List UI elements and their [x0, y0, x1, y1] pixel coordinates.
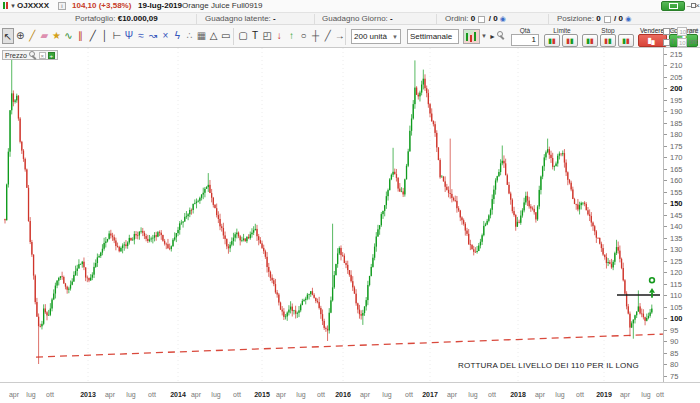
candlestick-chart[interactable] [0, 48, 663, 382]
indicator-add-icon[interactable]: + [48, 52, 55, 59]
tool-lightning-icon[interactable]: ϟ [171, 28, 183, 44]
month-label: ott [46, 391, 54, 398]
month-label: apr [105, 391, 115, 398]
month-label: apr [9, 391, 19, 398]
price-tick-label: 175 [670, 142, 683, 151]
tool-zigzag-icon[interactable]: ↝ [147, 28, 159, 44]
day-gain-stat: Guadagno Giorno: - [322, 13, 393, 25]
tool-cursor-icon[interactable]: ↖ [2, 28, 14, 44]
price-tick-mark [664, 157, 667, 158]
chevron-down-icon: ▾ [11, 2, 15, 9]
chart-canvas[interactable] [0, 48, 663, 382]
price-tick-mark [664, 330, 667, 331]
tool-pencil-icon[interactable]: ╱ [26, 28, 38, 44]
target-points-input[interactable]: 10 [677, 38, 687, 47]
stop-points-input[interactable]: 10 [677, 27, 687, 36]
month-label: lug [555, 391, 564, 398]
price-tick-label: 95 [670, 326, 678, 335]
price-tick-label: 85 [670, 349, 678, 358]
tool-zoom-icon[interactable]: ⊕ [14, 28, 26, 44]
instrument-name: Orange Juice Full0919 [182, 0, 263, 12]
chevron-down-icon: ▼ [392, 31, 398, 44]
price-tick-label: 165 [670, 165, 683, 174]
position-list-icon[interactable] [604, 16, 611, 23]
position-search-icon[interactable]: ◉ [625, 15, 631, 22]
tool-rectangle-icon[interactable]: ▭ [220, 28, 232, 44]
price-tick-mark [664, 272, 667, 273]
info-icon[interactable]: i [58, 0, 66, 12]
price-tick-mark [664, 261, 667, 262]
instrument-selector[interactable]: ▾ OJXXXX [3, 0, 49, 12]
stop-loss-button[interactable]: ▮▮ [618, 34, 634, 47]
buy-stop-button[interactable]: ▮▮ [582, 34, 598, 47]
price-indicator-tag[interactable]: Prezzo × + [2, 50, 58, 60]
indicator-close-icon[interactable]: × [39, 52, 46, 59]
price-tick-mark [664, 284, 667, 285]
timeframe-select[interactable]: Settimanale▼ [407, 29, 459, 44]
sell-limit-button[interactable]: ▮▮ [562, 34, 578, 47]
collapse-arrow-icon[interactable]: ► [489, 33, 496, 40]
price-tick-mark [664, 376, 667, 377]
month-label: ott [488, 391, 496, 398]
tool-channel-icon[interactable]: ∥ [75, 28, 87, 44]
platform-window-button[interactable] [661, 1, 685, 11]
tool-cross-icon[interactable]: × [159, 28, 171, 44]
drawing-toolbar: 200 unità▼ Settimanale▼ ▼ ► Qtà 1 Limite… [0, 25, 700, 48]
tool-pattern-icon[interactable]: ★ [50, 28, 62, 44]
tool-delete-icon[interactable]: ▦ [196, 28, 208, 44]
tool-elliott-wave-icon[interactable]: ≈ [135, 28, 147, 44]
orders-list-icon[interactable] [478, 16, 485, 23]
sell-stop-button[interactable]: ▮▮ [600, 34, 616, 47]
tool-trendline-icon[interactable]: ╱ [87, 28, 99, 44]
month-label: ott [405, 391, 413, 398]
tool-crosshair-icon[interactable]: ┼ [310, 28, 322, 44]
tool-sell-arrow-icon[interactable]: ↓ [273, 28, 285, 44]
units-select[interactable]: 200 unità▼ [351, 29, 401, 44]
tool-triangle-icon[interactable]: △ [208, 28, 220, 44]
price-tick-mark [664, 111, 667, 112]
price-tick-mark [664, 249, 667, 250]
price-tick-mark [664, 353, 667, 354]
price-tick-mark [664, 100, 667, 101]
price-tick-label: 190 [670, 107, 683, 116]
price-tick-label: 135 [670, 234, 683, 243]
price-tick-label: 170 [670, 153, 683, 162]
stop-checkbox[interactable] [663, 28, 670, 35]
tool-eraser-icon[interactable]: ▰ [38, 28, 50, 44]
tool-frame-icon[interactable]: ▢ [237, 28, 249, 44]
tool-arrow-icon[interactable]: → [334, 28, 346, 44]
month-label: lug [26, 391, 35, 398]
qty-label: Qtà [510, 27, 540, 34]
chevron-down-icon[interactable]: ▼ [481, 33, 487, 39]
target-checkbox[interactable] [663, 39, 670, 46]
indicator-settings-wrench-icon[interactable] [29, 51, 37, 59]
price-tick-label: 145 [670, 211, 683, 220]
price-axis[interactable]: 7580859095100105110115120125130135140145… [663, 48, 700, 382]
tool-fan-icon[interactable]: ∴ [184, 28, 196, 44]
tool-resize-icon[interactable]: ◰ [261, 28, 273, 44]
qty-input[interactable]: 1 [511, 34, 539, 46]
month-label: lug [382, 391, 391, 398]
tool-pitchfork-icon[interactable]: Ψ [123, 28, 135, 44]
time-axis[interactable]: aprlugott2013aprlugott2014aprlugott2015a… [0, 382, 700, 403]
tool-polyline-icon[interactable]: ∿ [63, 28, 75, 44]
tool-segment-icon[interactable]: ╱ [322, 28, 334, 44]
price-tick-label: 75 [670, 372, 678, 381]
year-label: 2017 [422, 391, 438, 398]
tool-vertical-line-icon[interactable]: │ [99, 28, 111, 44]
orders-stat: Ordini: 0 / 0 ◉ [445, 13, 506, 25]
ticker-symbol: OJXXXX [17, 1, 49, 10]
tool-ellipse-icon[interactable]: ○ [298, 28, 310, 44]
price-tick-mark [664, 238, 667, 239]
close-button[interactable]: × [695, 1, 700, 11]
quote-date: 19-lug-2019 [138, 0, 182, 12]
trading-settings-wrench-icon[interactable] [497, 31, 506, 40]
buy-limit-button[interactable]: ▮▮ [544, 34, 560, 47]
tool-horizontal-ray-icon[interactable]: ⊢ [111, 28, 123, 44]
chart-style-button[interactable] [463, 29, 480, 44]
tool-buy-arrow-icon[interactable]: ↑ [285, 28, 297, 44]
tool-text-icon[interactable]: T [249, 28, 261, 44]
year-label: 2014 [170, 391, 186, 398]
price-tick-label: 185 [670, 119, 683, 128]
orders-search-icon[interactable]: ◉ [500, 15, 506, 22]
